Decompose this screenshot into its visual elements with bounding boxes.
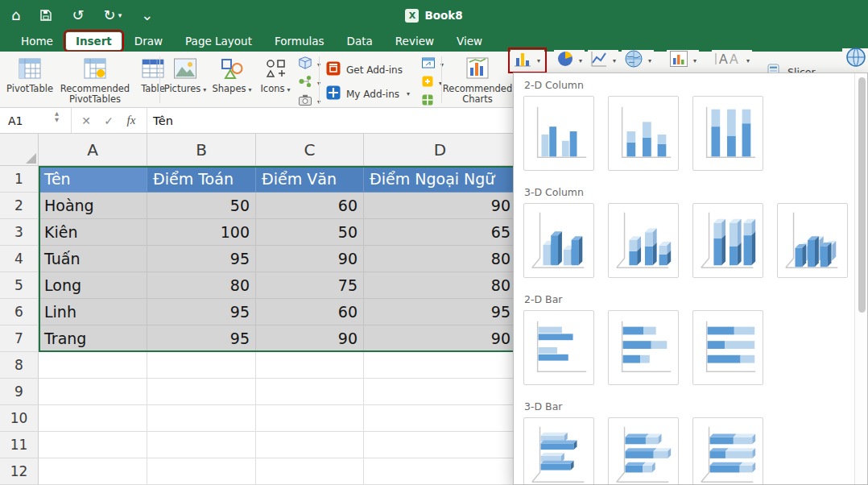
chart-type-100-stacked-bar[interactable] [692,310,763,385]
cell-A3[interactable]: Kiên [39,219,147,246]
chart-type-3d-clustered-bar[interactable] [523,417,594,484]
tab-data[interactable]: Data [337,32,382,50]
row-header-3[interactable]: 3 [0,219,39,246]
insert-line-chart-button[interactable]: ▾ [588,50,618,71]
cell-D10[interactable] [364,405,517,432]
cell-D11[interactable] [364,432,517,458]
cancel-button[interactable]: ✕ [76,108,97,133]
name-box[interactable]: A1 [0,108,71,133]
cell-A5[interactable]: Long [39,272,147,299]
chart-type-3d-stacked-bar[interactable] [608,417,679,484]
cell-B8[interactable] [147,352,256,379]
cell-D8[interactable] [364,352,517,379]
icons-button[interactable]: Icons▾ [258,56,293,94]
cell-B9[interactable] [147,379,256,405]
screenshot-button[interactable]: ▾ [298,94,320,109]
formula-input[interactable]: Tên [153,108,173,133]
row-header-5[interactable]: 5 [0,272,39,299]
column-header-B[interactable]: B [147,134,256,166]
cell-C1[interactable]: Điểm Văn [256,166,364,193]
row-header-1[interactable]: 1 [0,166,39,193]
cell-D6[interactable]: 95 [364,299,517,325]
cell-D7[interactable]: 90 [364,325,517,352]
cell-C4[interactable]: 90 [256,246,364,272]
cell-A12[interactable] [39,458,147,485]
addin-mini-button-2[interactable]: ▾ [421,76,444,90]
column-header-D[interactable]: D [364,134,517,166]
cell-C11[interactable] [256,432,364,458]
home-icon[interactable]: ⌂ [11,8,20,23]
chart-type-3d-column[interactable] [777,203,848,278]
row-header-4[interactable]: 4 [0,246,39,272]
text-options-button[interactable]: AA ▾ [712,50,752,71]
chart-type-clustered-bar[interactable] [523,310,594,385]
link-globe-button[interactable] [842,48,868,69]
chart-menu-scrollbar[interactable] [854,73,867,484]
cell-D3[interactable]: 65 [364,219,517,246]
smartart-button[interactable]: ▾ [298,76,320,90]
save-icon[interactable] [39,9,52,22]
row-header-11[interactable]: 11 [0,432,39,458]
cell-A11[interactable] [39,432,147,458]
get-addins-button[interactable]: Get Add-ins [325,60,410,79]
cell-B10[interactable] [147,405,256,432]
cell-C7[interactable]: 90 [256,325,364,352]
cell-D12[interactable] [364,458,517,485]
cell-C10[interactable] [256,405,364,432]
spinner-down-icon[interactable]: ▼ [55,118,59,123]
cell-B3[interactable]: 100 [147,219,256,246]
insert-column-chart-button[interactable]: ▾ [510,50,544,71]
cell-B4[interactable]: 95 [147,246,256,272]
tab-review[interactable]: Review [386,32,444,50]
chart-type-3d-100-stacked-column[interactable] [692,203,763,278]
recommended-pivottables-button[interactable]: Recommended PivotTables [60,56,130,105]
cell-B12[interactable] [147,458,256,485]
tab-draw[interactable]: Draw [125,32,172,50]
insert-pie-chart-button[interactable]: ▾ [554,50,585,71]
cell-C9[interactable] [256,379,364,405]
row-header-2[interactable]: 2 [0,193,39,219]
cell-D4[interactable]: 80 [364,246,517,272]
cell-C2[interactable]: 60 [256,193,364,219]
row-header-9[interactable]: 9 [0,379,39,405]
redo-icon[interactable]: ↻▾ [104,8,122,23]
cell-D2[interactable]: 90 [364,193,517,219]
3d-models-button[interactable]: ▾ [298,57,320,72]
cell-C12[interactable] [256,458,364,485]
cell-B6[interactable]: 95 [147,299,256,325]
row-header-6[interactable]: 6 [0,299,39,325]
cell-B5[interactable]: 80 [147,272,256,299]
cell-A7[interactable]: Trang [39,325,147,352]
cell-A9[interactable] [39,379,147,405]
addin-mini-button-3[interactable] [421,94,444,109]
name-box-spinner[interactable]: ▲ ▼ [55,111,59,122]
my-addins-button[interactable]: My Add-ins ▾ [325,85,410,103]
cell-C8[interactable] [256,352,364,379]
tab-home[interactable]: Home [11,32,63,50]
cell-A1[interactable]: Tên [39,166,147,193]
select-all-corner[interactable] [0,134,39,166]
cell-D9[interactable] [364,379,517,405]
pictures-button[interactable]: Pictures▾ [164,56,206,94]
undo-icon[interactable]: ↺ [72,8,84,23]
addin-mini-button-1[interactable]: ▾ [421,57,444,72]
chart-type-3d-100-stacked-bar[interactable] [692,417,763,484]
spinner-up-icon[interactable]: ▲ [55,111,59,117]
insert-function-button[interactable]: fx [121,108,142,133]
enter-button[interactable]: ✓ [98,108,119,133]
cell-C3[interactable]: 50 [256,219,364,246]
cell-C5[interactable]: 75 [256,272,364,299]
cell-B2[interactable]: 50 [147,193,256,219]
cell-A6[interactable]: Linh [39,299,147,325]
row-header-7[interactable]: 7 [0,325,39,352]
chart-type-3d-clustered-column[interactable] [523,203,594,278]
pivottable-button[interactable]: PivotTable [5,56,55,94]
cell-A8[interactable] [39,352,147,379]
cell-C6[interactable]: 60 [256,299,364,325]
row-header-10[interactable]: 10 [0,405,39,432]
tab-insert[interactable]: Insert [66,32,122,50]
cell-A10[interactable] [39,405,147,432]
column-header-A[interactable]: A [39,134,147,166]
row-header-8[interactable]: 8 [0,352,39,379]
cell-B1[interactable]: Điểm Toán [147,166,256,193]
